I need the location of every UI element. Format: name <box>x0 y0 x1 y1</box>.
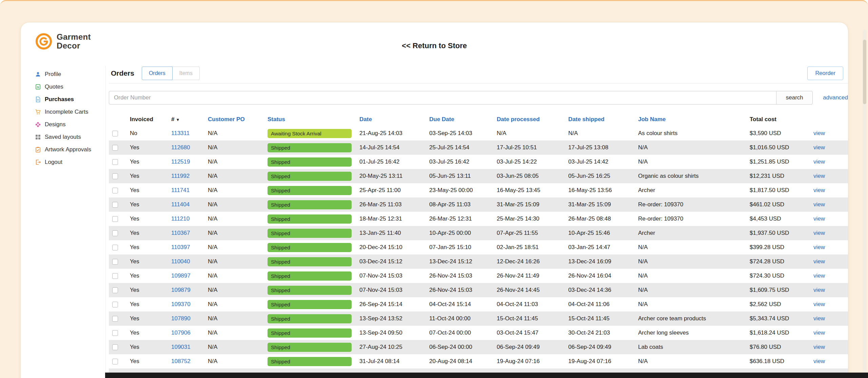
sidebar-item-artwork-approvals[interactable]: Artwork Approvals <box>35 143 105 156</box>
tab-items[interactable]: Items <box>173 67 200 80</box>
customer-po-cell: N/A <box>208 287 268 294</box>
view-order-link[interactable]: view <box>813 287 825 293</box>
sidebar-item-designs[interactable]: Designs <box>35 118 105 131</box>
view-order-link[interactable]: view <box>813 358 825 364</box>
date-shipped-cell: 17-Jul-25 13:08 <box>568 144 638 151</box>
row-checkbox[interactable] <box>112 302 118 307</box>
date-processed-cell: 19-Aug-24 07:16 <box>497 358 568 365</box>
row-checkbox[interactable] <box>112 359 118 364</box>
order-number-link[interactable]: 111404 <box>171 201 190 208</box>
advanced-search-link[interactable]: advanced <box>823 94 848 101</box>
date-shipped-cell: 13-Dec-24 16:09 <box>568 258 638 265</box>
view-order-link[interactable]: view <box>813 301 825 307</box>
actions-cell: view <box>813 201 848 208</box>
order-number-link[interactable]: 108752 <box>171 358 191 364</box>
row-checkbox[interactable] <box>112 245 118 250</box>
order-number-link[interactable]: 110397 <box>171 244 190 250</box>
sidebar-item-incomplete-carts[interactable]: Incomplete Carts <box>35 106 105 118</box>
date-processed-cell: 15-Oct-24 11:45 <box>497 315 568 322</box>
order-number-search-input[interactable] <box>109 91 776 105</box>
view-order-link[interactable]: view <box>813 201 825 208</box>
horizontal-scrollbar[interactable] <box>105 373 868 378</box>
row-checkbox[interactable] <box>112 273 118 279</box>
checkbox-cell <box>109 301 130 308</box>
order-number-link[interactable]: 109897 <box>171 272 191 279</box>
job-name-cell: N/A <box>638 258 750 265</box>
order-number-link[interactable]: 111741 <box>171 187 190 193</box>
col-header-due-date[interactable]: Due Date <box>429 116 497 123</box>
row-checkbox[interactable] <box>112 131 118 136</box>
view-order-link[interactable]: view <box>813 130 825 136</box>
search-button[interactable]: search <box>776 91 813 105</box>
view-order-link[interactable]: view <box>813 144 825 151</box>
view-order-link[interactable]: view <box>813 230 825 236</box>
view-order-link[interactable]: view <box>813 258 825 265</box>
total-cost-cell: $12,231 USD <box>750 173 813 179</box>
col-header-customer-po[interactable]: Customer PO <box>208 116 268 123</box>
sidebar-item-purchases[interactable]: Purchases <box>35 93 105 106</box>
order-number-link[interactable]: 109031 <box>171 344 191 350</box>
status-cell: Shipped <box>268 229 359 238</box>
date-processed-cell: 03-Jun-25 08:05 <box>497 173 568 179</box>
order-number-link[interactable]: 109879 <box>171 287 191 293</box>
reorder-button[interactable]: Reorder <box>807 67 843 80</box>
order-number-link[interactable]: 111992 <box>171 173 190 179</box>
view-order-link[interactable]: view <box>813 215 825 222</box>
col-header-date-shipped[interactable]: Date shipped <box>568 116 638 123</box>
order-number-link[interactable]: 112519 <box>171 158 190 165</box>
col-header-date-processed[interactable]: Date processed <box>497 116 568 123</box>
order-number-link[interactable]: 111210 <box>171 215 190 222</box>
job-name-cell: Archer <box>638 187 750 194</box>
sidebar-item-saved-layouts[interactable]: Saved layouts <box>35 131 105 143</box>
due-date-cell: 20-Aug-24 08:14 <box>429 358 497 365</box>
date-cell: 20-Dec-24 15:10 <box>359 244 429 251</box>
vertical-scrollbar[interactable] <box>863 30 867 373</box>
view-order-link[interactable]: view <box>813 329 825 336</box>
invoiced-cell: Yes <box>130 201 171 208</box>
table-header-row: Invoiced #▼ Customer PO Status Date Due … <box>109 113 848 126</box>
row-checkbox[interactable] <box>112 230 118 236</box>
row-checkbox[interactable] <box>112 202 118 208</box>
sidebar-item-quotes[interactable]: $ Quotes <box>35 80 105 93</box>
sidebar-item-label: Artwork Approvals <box>45 146 91 153</box>
actions-cell: view <box>813 301 848 308</box>
row-checkbox[interactable] <box>112 259 118 265</box>
col-header-date[interactable]: Date <box>359 116 429 123</box>
row-checkbox[interactable] <box>112 159 118 165</box>
row-checkbox[interactable] <box>112 330 118 336</box>
view-order-link[interactable]: view <box>813 315 825 322</box>
view-order-link[interactable]: view <box>813 272 825 279</box>
order-number-link[interactable]: 107890 <box>171 315 191 322</box>
view-order-link[interactable]: view <box>813 244 825 250</box>
col-header-number[interactable]: #▼ <box>171 116 208 123</box>
sidebar-item-logout[interactable]: Logout <box>35 156 105 168</box>
page-title: Orders <box>111 69 134 77</box>
view-order-link[interactable]: view <box>813 187 825 193</box>
order-number-link[interactable]: 110367 <box>171 230 190 236</box>
row-checkbox[interactable] <box>112 316 118 322</box>
col-header-job-name[interactable]: Job Name <box>638 116 750 123</box>
checkbox-cell <box>109 287 130 294</box>
order-number-link[interactable]: 107906 <box>171 329 191 336</box>
row-checkbox[interactable] <box>112 173 118 179</box>
return-to-store-link[interactable]: << Return to Store <box>21 41 848 50</box>
view-order-link[interactable]: view <box>813 158 825 165</box>
order-number-link[interactable]: 112680 <box>171 144 190 151</box>
order-number-link[interactable]: 113311 <box>171 130 190 136</box>
row-checkbox[interactable] <box>112 145 118 151</box>
row-checkbox[interactable] <box>112 287 118 293</box>
checkbox-cell <box>109 358 130 365</box>
view-order-link[interactable]: view <box>813 173 825 179</box>
row-checkbox[interactable] <box>112 216 118 222</box>
row-checkbox[interactable] <box>112 344 118 350</box>
order-number-link[interactable]: 110040 <box>171 258 190 265</box>
tab-orders[interactable]: Orders <box>142 67 173 80</box>
row-checkbox[interactable] <box>112 188 118 193</box>
sidebar-item-profile[interactable]: Profile <box>35 68 105 80</box>
col-header-status[interactable]: Status <box>268 116 359 123</box>
view-order-link[interactable]: view <box>813 344 825 350</box>
status-cell: Shipped <box>268 300 359 309</box>
order-number-link[interactable]: 109370 <box>171 301 191 307</box>
status-cell: Shipped <box>268 157 359 167</box>
order-number-cell: 107906 <box>171 329 208 336</box>
